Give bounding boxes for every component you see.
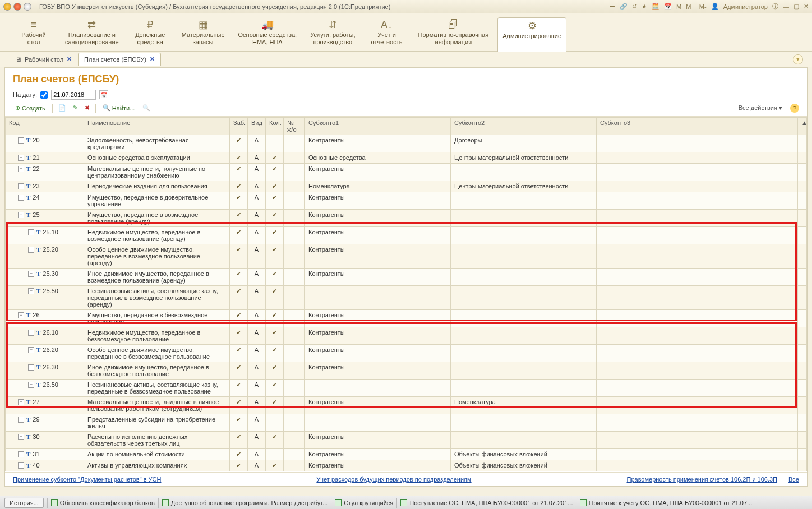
expand-icon[interactable]: + <box>28 382 34 388</box>
footer-link-3[interactable]: Правомерность применения счетов 106.2П и… <box>626 476 777 483</box>
expand-icon[interactable]: + <box>18 137 24 144</box>
calendar-button[interactable]: 📅 <box>99 90 108 99</box>
table-row[interactable]: − Т 25Имущество, переданное в возмездное… <box>6 210 807 227</box>
table-row[interactable]: − Т 26Имущество, переданное в безвозмезд… <box>6 310 807 327</box>
table-row[interactable]: + Т 22Материальные ценности, полученные … <box>6 164 807 181</box>
history-icon[interactable]: ↺ <box>632 3 637 10</box>
fav-icon[interactable]: ☰ <box>610 3 615 10</box>
nav-item-7[interactable]: 🗐Нормативно-справочнаяинформация <box>413 17 493 51</box>
tab-1[interactable]: План счетов (ЕПСБУ)✕ <box>78 53 161 66</box>
table-row[interactable]: + Т 23Периодические издания для пользова… <box>6 181 807 192</box>
expand-icon[interactable]: + <box>18 166 24 172</box>
status-item[interactable]: Доступно обновление программы. Размер ди… <box>158 498 331 508</box>
nav-item-5[interactable]: ⇵Услуги, работы,производство <box>306 17 359 51</box>
column-header[interactable]: № ж/о <box>284 118 305 135</box>
copy-button[interactable]: 📄 <box>57 103 67 113</box>
table-row[interactable]: + Т 25.10Недвижимое имущество, переданно… <box>6 227 807 244</box>
nav-item-6[interactable]: А↓Учет иотчетность <box>364 17 409 51</box>
create-button[interactable]: ⊕Создать <box>13 103 48 113</box>
window-help-icon[interactable] <box>24 3 31 11</box>
table-row[interactable]: + Т 20Задолженность, невостребованная кр… <box>6 135 807 152</box>
expand-icon[interactable]: + <box>28 288 34 294</box>
expand-icon[interactable]: + <box>18 462 24 469</box>
column-header[interactable]: Вид <box>248 118 266 135</box>
history-button[interactable]: История... <box>4 498 44 508</box>
status-item[interactable]: Обновить классификатор банков <box>47 498 158 508</box>
expand-icon[interactable]: + <box>18 451 24 457</box>
minimize-icon[interactable]: — <box>783 3 789 10</box>
app-icon[interactable] <box>3 3 11 11</box>
nav-item-3[interactable]: ▦Материальныезапасы <box>177 17 229 51</box>
column-header[interactable]: Код <box>6 118 84 135</box>
close-icon[interactable]: ✕ <box>804 3 809 10</box>
nav-item-0[interactable]: ≡Рабочийстол <box>11 17 56 51</box>
column-header[interactable]: Наименование <box>84 118 230 135</box>
scroll-up[interactable]: ▲ <box>798 118 807 135</box>
nav-item-2[interactable]: ₽Денежныесредства <box>128 17 173 51</box>
table-row[interactable]: + Т 27Материальные ценности, выданные в … <box>6 397 807 414</box>
info-icon[interactable]: ⓘ <box>772 2 778 11</box>
column-header[interactable]: Заб. <box>230 118 248 135</box>
expand-icon[interactable]: + <box>28 229 34 235</box>
edit-button[interactable]: ✎ <box>72 103 79 113</box>
table-row[interactable]: + Т 26.10Недвижимое имущество, переданно… <box>6 327 807 345</box>
column-header[interactable]: Субконто3 <box>597 118 798 135</box>
table-row[interactable]: + Т 26.30Иное движимое имущество, переда… <box>6 362 807 380</box>
status-item[interactable]: Принятие к учету ОС, НМА, НПА БУ00-00000… <box>576 498 755 508</box>
footer-link-1[interactable]: Применение субконто "Документы расчетов"… <box>13 476 161 483</box>
column-header[interactable]: Субконто2 <box>451 118 597 135</box>
table-wrap[interactable]: КодНаименованиеЗаб.ВидКол.№ ж/оСубконто1… <box>5 117 807 472</box>
mplus-icon[interactable]: M+ <box>686 3 695 10</box>
maximize-icon[interactable]: ▢ <box>793 3 799 10</box>
expand-icon[interactable]: + <box>18 417 24 423</box>
table-row[interactable]: + Т 26.50Нефинансовые активы, составляющ… <box>6 380 807 397</box>
link-icon[interactable]: 🔗 <box>620 3 628 10</box>
expand-icon[interactable]: + <box>18 183 24 189</box>
tab-0[interactable]: 🖥Рабочий стол✕ <box>9 53 78 66</box>
nav-item-8[interactable]: ⚙Администрирование <box>497 17 566 52</box>
delete-button[interactable]: ✖ <box>84 103 91 113</box>
all-actions-button[interactable]: Все действия ▾ <box>739 104 782 112</box>
help-button[interactable]: ? <box>790 104 799 113</box>
table-row[interactable]: + Т 40Активы в управляющих компаниях✔А✔К… <box>6 460 807 471</box>
expand-icon[interactable]: + <box>28 330 34 336</box>
table-row[interactable]: + Т 25.50Нефинансовые активы, составляющ… <box>6 286 807 310</box>
footer-link-2[interactable]: Учет расходов будущих периодов по подраз… <box>316 476 471 483</box>
table-row[interactable]: + Т 26.20Особо ценное движимое имущество… <box>6 345 807 362</box>
column-header[interactable]: Кол. <box>266 118 284 135</box>
tab-close-icon[interactable]: ✕ <box>67 55 72 63</box>
mminus-icon[interactable]: M- <box>699 3 707 10</box>
table-row[interactable]: + Т 24Имущество, переданное в доверитель… <box>6 192 807 210</box>
expand-icon[interactable]: − <box>18 312 24 318</box>
status-item[interactable]: Стул крутящийся <box>331 498 396 508</box>
table-row[interactable]: + Т 29Представленные субсидии на приобре… <box>6 414 807 432</box>
column-header[interactable]: Субконто1 <box>305 118 451 135</box>
table-row[interactable]: + Т 25.20Особо ценное движимое имущество… <box>6 244 807 269</box>
calendar-icon[interactable]: 📅 <box>664 3 672 10</box>
window-close-icon[interactable] <box>13 3 21 11</box>
nav-item-4[interactable]: 🚚Основные средства,НМА, НПА <box>234 17 302 51</box>
expand-icon[interactable]: + <box>28 364 34 371</box>
nav-item-1[interactable]: ⇄Планирование исанкционирование <box>61 17 123 51</box>
expand-icon[interactable]: + <box>18 399 24 405</box>
table-row[interactable]: + Т 25.30Иное движимое имущество, переда… <box>6 269 807 286</box>
expand-icon[interactable]: + <box>28 271 34 277</box>
m-icon[interactable]: M <box>676 3 681 10</box>
star-icon[interactable]: ★ <box>642 3 647 10</box>
date-input[interactable] <box>51 90 96 100</box>
expand-icon[interactable]: + <box>28 347 34 353</box>
expand-icon[interactable]: + <box>18 155 24 161</box>
expand-icon[interactable]: + <box>28 247 34 253</box>
footer-link-all[interactable]: Все <box>788 476 799 483</box>
table-row[interactable]: + Т 21Основные средства в эксплуатации✔А… <box>6 152 807 164</box>
find-button[interactable]: 🔍Найти... <box>100 103 137 113</box>
calc-icon[interactable]: 🧮 <box>652 3 659 10</box>
dropdown-button[interactable]: ▾ <box>793 54 803 64</box>
expand-icon[interactable]: − <box>18 212 24 218</box>
expand-icon[interactable]: + <box>18 434 24 440</box>
table-row[interactable]: + Т 30Расчеты по исполнению денежных обя… <box>6 432 807 449</box>
date-checkbox[interactable] <box>40 91 48 99</box>
table-row[interactable]: + Т 31Акции по номинальной стоимости✔АКо… <box>6 449 807 460</box>
expand-icon[interactable]: + <box>18 195 24 201</box>
tab-close-icon[interactable]: ✕ <box>150 55 155 63</box>
